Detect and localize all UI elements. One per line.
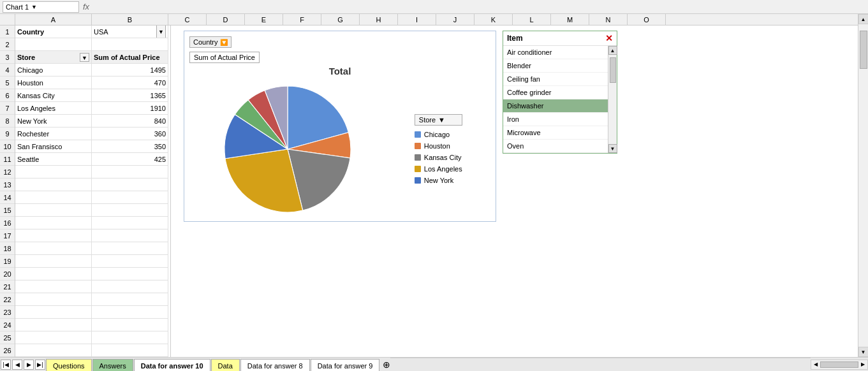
- cell-b4[interactable]: 1495: [92, 64, 168, 76]
- tab-data-10[interactable]: Data for answer 10: [134, 359, 210, 372]
- cell-b26[interactable]: [92, 344, 168, 357]
- cell-a6[interactable]: Kansas City: [15, 89, 92, 102]
- cell-b10[interactable]: 350: [92, 140, 168, 153]
- row-11[interactable]: 11: [0, 153, 15, 166]
- item-row[interactable]: Ceiling fan: [503, 73, 608, 86]
- cell-a2[interactable]: [15, 38, 92, 51]
- col-header-j[interactable]: J: [436, 14, 474, 25]
- cell-b20[interactable]: [92, 268, 168, 280]
- cell-a20[interactable]: [15, 268, 92, 280]
- cell-b9[interactable]: 360: [92, 127, 168, 140]
- cell-a18[interactable]: [15, 242, 92, 255]
- row-23[interactable]: 23: [0, 306, 15, 319]
- col-header-h[interactable]: H: [360, 14, 398, 25]
- col-header-m[interactable]: M: [551, 14, 589, 25]
- store-dropdown[interactable]: Store ▼: [415, 114, 462, 126]
- row-22[interactable]: 22: [0, 293, 15, 306]
- cell-a3[interactable]: Store ▼: [15, 51, 92, 64]
- row-19[interactable]: 19: [0, 255, 15, 268]
- col-header-n[interactable]: N: [589, 14, 628, 25]
- row-16[interactable]: 16: [0, 217, 15, 229]
- cell-b15[interactable]: [92, 204, 168, 217]
- row-10[interactable]: 10: [0, 140, 15, 153]
- cell-b2[interactable]: [92, 38, 168, 51]
- cell-a11[interactable]: Seattle: [15, 153, 92, 166]
- col-header-i[interactable]: I: [398, 14, 436, 25]
- cell-b13[interactable]: [92, 178, 168, 191]
- chart-name-box[interactable]: Chart 1 ▼: [3, 1, 79, 13]
- cell-a23[interactable]: [15, 306, 92, 319]
- cell-a5[interactable]: Houston: [15, 76, 92, 89]
- row-14[interactable]: 14: [0, 191, 15, 204]
- cell-a26[interactable]: [15, 344, 92, 357]
- row-8[interactable]: 8: [0, 115, 15, 127]
- row-24[interactable]: 24: [0, 319, 15, 331]
- cell-b21[interactable]: [92, 280, 168, 293]
- cell-a9[interactable]: Rochester: [15, 127, 92, 140]
- row-21[interactable]: 21: [0, 280, 15, 293]
- cell-b6[interactable]: 1365: [92, 89, 168, 102]
- cell-a13[interactable]: [15, 178, 92, 191]
- row-13[interactable]: 13: [0, 178, 15, 191]
- row-2[interactable]: 2: [0, 38, 15, 51]
- cell-a7[interactable]: Los Angeles: [15, 102, 92, 115]
- cell-a25[interactable]: [15, 331, 92, 344]
- row-1[interactable]: 1: [0, 25, 15, 38]
- item-row[interactable]: Oven: [503, 140, 608, 153]
- cell-b8[interactable]: 840: [92, 115, 168, 127]
- col-header-b[interactable]: B: [92, 14, 168, 25]
- row-6[interactable]: 6: [0, 89, 15, 102]
- cell-b5[interactable]: 470: [92, 76, 168, 89]
- cell-a21[interactable]: [15, 280, 92, 293]
- item-row[interactable]: Coffee grinder: [503, 86, 608, 99]
- cell-a15[interactable]: [15, 204, 92, 217]
- cell-b11[interactable]: 425: [92, 153, 168, 166]
- row-7[interactable]: 7: [0, 102, 15, 115]
- row-4[interactable]: 4: [0, 64, 15, 76]
- cell-a10[interactable]: San Fransisco: [15, 140, 92, 153]
- tab-nav-prev-prev[interactable]: |◀: [1, 360, 11, 370]
- cell-b1[interactable]: USA ▼: [92, 25, 168, 38]
- cell-a22[interactable]: [15, 293, 92, 306]
- country-filter-btn[interactable]: ▼: [156, 25, 166, 38]
- cell-b17[interactable]: [92, 229, 168, 242]
- row-15[interactable]: 15: [0, 204, 15, 217]
- cell-a16[interactable]: [15, 217, 92, 229]
- country-filter-button[interactable]: Country 🔽: [189, 36, 232, 48]
- cell-b3[interactable]: Sum of Actual Price: [92, 51, 168, 64]
- tab-nav-prev[interactable]: ◀: [12, 360, 22, 370]
- cell-a24[interactable]: [15, 319, 92, 331]
- tab-data-9[interactable]: Data for answer 9: [311, 359, 380, 372]
- col-header-c[interactable]: C: [168, 14, 207, 25]
- col-header-g[interactable]: G: [321, 14, 360, 25]
- scroll-down-btn[interactable]: ▼: [608, 144, 617, 153]
- cell-b24[interactable]: [92, 319, 168, 331]
- cell-a19[interactable]: [15, 255, 92, 268]
- cell-a8[interactable]: New York: [15, 115, 92, 127]
- row-9[interactable]: 9: [0, 127, 15, 140]
- col-header-e[interactable]: E: [245, 14, 283, 25]
- item-row[interactable]: Blender: [503, 59, 608, 73]
- cell-b23[interactable]: [92, 306, 168, 319]
- cell-b22[interactable]: [92, 293, 168, 306]
- cell-b16[interactable]: [92, 217, 168, 229]
- row-3[interactable]: 3: [0, 51, 15, 64]
- vscroll-down-btn[interactable]: ▼: [858, 347, 869, 357]
- col-header-o[interactable]: O: [628, 14, 666, 25]
- row-17[interactable]: 17: [0, 229, 15, 242]
- row-25[interactable]: 25: [0, 331, 15, 344]
- row-18[interactable]: 18: [0, 242, 15, 255]
- tab-nav-next[interactable]: ▶: [24, 360, 34, 370]
- cell-b18[interactable]: [92, 242, 168, 255]
- tab-data[interactable]: Data: [211, 359, 240, 372]
- cell-b14[interactable]: [92, 191, 168, 204]
- cell-a1[interactable]: Country: [15, 25, 92, 38]
- store-filter-btn[interactable]: ▼: [80, 53, 89, 62]
- cell-b7[interactable]: 1910: [92, 102, 168, 115]
- cell-b25[interactable]: [92, 331, 168, 344]
- cell-a14[interactable]: [15, 191, 92, 204]
- row-26[interactable]: 26: [0, 344, 15, 357]
- col-header-l[interactable]: L: [513, 14, 551, 25]
- tab-nav-next-next[interactable]: ▶|: [35, 360, 45, 370]
- row-20[interactable]: 20: [0, 268, 15, 280]
